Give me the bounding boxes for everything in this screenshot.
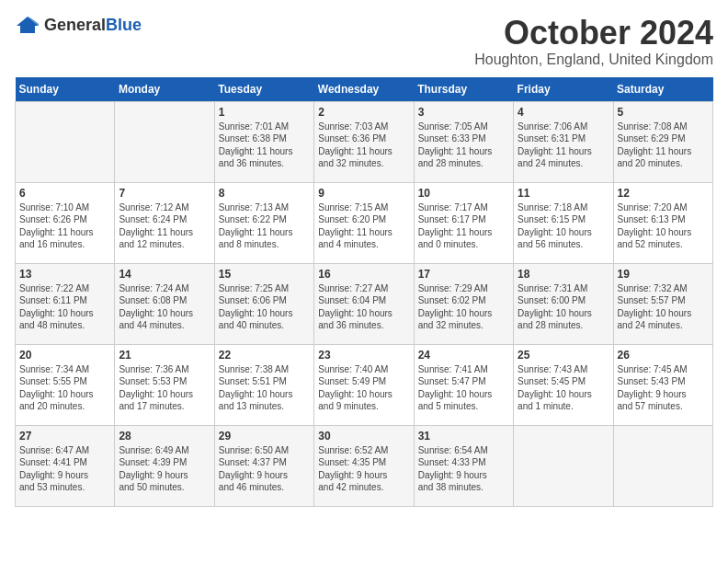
day-header: Thursday xyxy=(414,77,513,102)
cell-content: Sunrise: 7:36 AM Sunset: 5:53 PM Dayligh… xyxy=(119,363,210,413)
day-header: Tuesday xyxy=(214,77,313,102)
calendar-cell: 14Sunrise: 7:24 AM Sunset: 6:08 PM Dayli… xyxy=(115,263,214,344)
calendar-cell: 12Sunrise: 7:20 AM Sunset: 6:13 PM Dayli… xyxy=(613,182,712,263)
calendar-table: SundayMondayTuesdayWednesdayThursdayFrid… xyxy=(15,77,713,507)
day-number: 19 xyxy=(618,268,709,281)
calendar-cell xyxy=(16,101,115,182)
calendar-cell: 8Sunrise: 7:13 AM Sunset: 6:22 PM Daylig… xyxy=(214,182,313,263)
logo-general: General xyxy=(44,16,106,34)
svg-marker-0 xyxy=(17,17,39,33)
cell-content: Sunrise: 7:45 AM Sunset: 5:43 PM Dayligh… xyxy=(618,363,709,413)
calendar-cell: 24Sunrise: 7:41 AM Sunset: 5:47 PM Dayli… xyxy=(414,344,513,425)
calendar-cell: 22Sunrise: 7:38 AM Sunset: 5:51 PM Dayli… xyxy=(214,344,313,425)
day-header: Wednesday xyxy=(314,77,414,102)
cell-content: Sunrise: 6:49 AM Sunset: 4:39 PM Dayligh… xyxy=(119,444,210,494)
day-number: 6 xyxy=(19,187,110,200)
calendar-cell xyxy=(613,425,712,506)
cell-content: Sunrise: 7:41 AM Sunset: 5:47 PM Dayligh… xyxy=(418,363,509,413)
calendar-cell: 19Sunrise: 7:32 AM Sunset: 5:57 PM Dayli… xyxy=(613,263,712,344)
cell-content: Sunrise: 6:54 AM Sunset: 4:33 PM Dayligh… xyxy=(418,444,509,494)
page-header: GeneralBlue October 2024 Houghton, Engla… xyxy=(15,15,713,68)
day-number: 26 xyxy=(618,349,709,362)
calendar-cell: 17Sunrise: 7:29 AM Sunset: 6:02 PM Dayli… xyxy=(414,263,513,344)
day-header: Friday xyxy=(514,77,613,102)
cell-content: Sunrise: 7:20 AM Sunset: 6:13 PM Dayligh… xyxy=(618,201,709,251)
cell-content: Sunrise: 7:34 AM Sunset: 5:55 PM Dayligh… xyxy=(19,363,110,413)
day-number: 29 xyxy=(219,430,310,442)
cell-content: Sunrise: 7:18 AM Sunset: 6:15 PM Dayligh… xyxy=(518,201,609,251)
calendar-cell: 23Sunrise: 7:40 AM Sunset: 5:49 PM Dayli… xyxy=(314,344,414,425)
cell-content: Sunrise: 7:06 AM Sunset: 6:31 PM Dayligh… xyxy=(518,121,609,170)
logo-icon xyxy=(15,15,40,35)
day-number: 25 xyxy=(518,349,609,362)
cell-content: Sunrise: 7:12 AM Sunset: 6:24 PM Dayligh… xyxy=(119,201,210,251)
day-number: 10 xyxy=(418,187,509,200)
cell-content: Sunrise: 7:31 AM Sunset: 6:00 PM Dayligh… xyxy=(518,282,609,332)
cell-content: Sunrise: 6:47 AM Sunset: 4:41 PM Dayligh… xyxy=(19,444,110,494)
calendar-cell: 26Sunrise: 7:45 AM Sunset: 5:43 PM Dayli… xyxy=(613,344,712,425)
day-number: 30 xyxy=(318,430,409,442)
cell-content: Sunrise: 7:40 AM Sunset: 5:49 PM Dayligh… xyxy=(318,363,409,413)
cell-content: Sunrise: 7:43 AM Sunset: 5:45 PM Dayligh… xyxy=(518,363,609,413)
calendar-cell: 18Sunrise: 7:31 AM Sunset: 6:00 PM Dayli… xyxy=(514,263,613,344)
day-number: 21 xyxy=(119,349,210,362)
calendar-cell: 15Sunrise: 7:25 AM Sunset: 6:06 PM Dayli… xyxy=(214,263,313,344)
cell-content: Sunrise: 6:52 AM Sunset: 4:35 PM Dayligh… xyxy=(318,444,409,494)
cell-content: Sunrise: 7:05 AM Sunset: 6:33 PM Dayligh… xyxy=(418,121,509,170)
day-number: 14 xyxy=(119,268,210,281)
cell-content: Sunrise: 7:29 AM Sunset: 6:02 PM Dayligh… xyxy=(418,282,509,332)
cell-content: Sunrise: 7:25 AM Sunset: 6:06 PM Dayligh… xyxy=(219,282,310,332)
day-number: 22 xyxy=(219,349,310,362)
logo-blue: Blue xyxy=(106,16,142,34)
cell-content: Sunrise: 7:24 AM Sunset: 6:08 PM Dayligh… xyxy=(119,282,210,332)
day-number: 1 xyxy=(219,106,310,119)
day-number: 27 xyxy=(19,430,110,442)
calendar-cell: 21Sunrise: 7:36 AM Sunset: 5:53 PM Dayli… xyxy=(115,344,214,425)
cell-content: Sunrise: 7:10 AM Sunset: 6:26 PM Dayligh… xyxy=(19,201,110,251)
day-number: 17 xyxy=(418,268,509,281)
day-number: 23 xyxy=(318,349,409,362)
calendar-cell: 25Sunrise: 7:43 AM Sunset: 5:45 PM Dayli… xyxy=(514,344,613,425)
logo: GeneralBlue xyxy=(15,15,142,35)
day-number: 2 xyxy=(318,106,409,119)
calendar-cell: 28Sunrise: 6:49 AM Sunset: 4:39 PM Dayli… xyxy=(115,425,214,506)
calendar-cell: 31Sunrise: 6:54 AM Sunset: 4:33 PM Dayli… xyxy=(414,425,513,506)
day-number: 7 xyxy=(119,187,210,200)
day-number: 11 xyxy=(518,187,609,200)
title-block: October 2024 Houghton, England, United K… xyxy=(474,15,713,68)
day-number: 24 xyxy=(418,349,509,362)
calendar-cell: 1Sunrise: 7:01 AM Sunset: 6:38 PM Daylig… xyxy=(214,101,313,182)
day-header: Monday xyxy=(115,77,214,102)
day-number: 31 xyxy=(418,430,509,442)
cell-content: Sunrise: 7:03 AM Sunset: 6:36 PM Dayligh… xyxy=(318,121,409,170)
calendar-cell: 11Sunrise: 7:18 AM Sunset: 6:15 PM Dayli… xyxy=(514,182,613,263)
calendar-cell: 9Sunrise: 7:15 AM Sunset: 6:20 PM Daylig… xyxy=(314,182,414,263)
day-number: 20 xyxy=(19,349,110,362)
day-number: 28 xyxy=(119,430,210,442)
calendar-cell: 16Sunrise: 7:27 AM Sunset: 6:04 PM Dayli… xyxy=(314,263,414,344)
calendar-cell: 30Sunrise: 6:52 AM Sunset: 4:35 PM Dayli… xyxy=(314,425,414,506)
day-number: 13 xyxy=(19,268,110,281)
calendar-cell: 3Sunrise: 7:05 AM Sunset: 6:33 PM Daylig… xyxy=(414,101,513,182)
cell-content: Sunrise: 7:32 AM Sunset: 5:57 PM Dayligh… xyxy=(618,282,709,332)
cell-content: Sunrise: 7:08 AM Sunset: 6:29 PM Dayligh… xyxy=(618,121,709,170)
calendar-cell: 20Sunrise: 7:34 AM Sunset: 5:55 PM Dayli… xyxy=(16,344,115,425)
day-number: 8 xyxy=(219,187,310,200)
month-title: October 2024 xyxy=(474,15,713,52)
cell-content: Sunrise: 7:22 AM Sunset: 6:11 PM Dayligh… xyxy=(19,282,110,332)
cell-content: Sunrise: 7:27 AM Sunset: 6:04 PM Dayligh… xyxy=(318,282,409,332)
day-number: 18 xyxy=(518,268,609,281)
day-number: 3 xyxy=(418,106,509,119)
day-header: Saturday xyxy=(613,77,712,102)
cell-content: Sunrise: 6:50 AM Sunset: 4:37 PM Dayligh… xyxy=(219,444,310,494)
cell-content: Sunrise: 7:13 AM Sunset: 6:22 PM Dayligh… xyxy=(219,201,310,251)
calendar-cell: 2Sunrise: 7:03 AM Sunset: 6:36 PM Daylig… xyxy=(314,101,414,182)
cell-content: Sunrise: 7:17 AM Sunset: 6:17 PM Dayligh… xyxy=(418,201,509,251)
calendar-cell: 13Sunrise: 7:22 AM Sunset: 6:11 PM Dayli… xyxy=(16,263,115,344)
location: Houghton, England, United Kingdom xyxy=(474,52,713,68)
calendar-cell xyxy=(514,425,613,506)
cell-content: Sunrise: 7:38 AM Sunset: 5:51 PM Dayligh… xyxy=(219,363,310,413)
calendar-cell xyxy=(115,101,214,182)
calendar-cell: 6Sunrise: 7:10 AM Sunset: 6:26 PM Daylig… xyxy=(16,182,115,263)
day-number: 15 xyxy=(219,268,310,281)
